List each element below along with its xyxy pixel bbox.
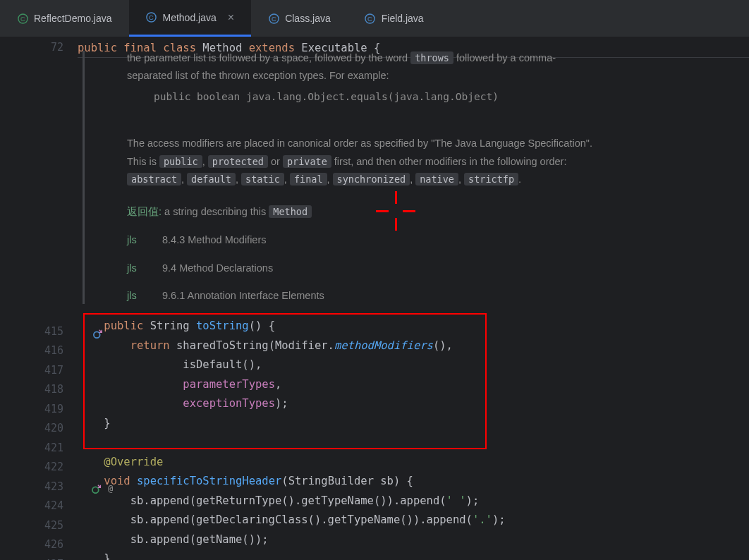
line-number: 72 [0, 38, 63, 58]
line-number: 416 [0, 341, 63, 361]
code-line[interactable]: parameterTypes, [78, 375, 749, 395]
svg-text:C: C [367, 15, 372, 22]
line-number: 425 [0, 516, 63, 536]
svg-text:C: C [20, 15, 25, 22]
doc-text: abstract, default, static, final, synchr… [127, 172, 749, 188]
tab-label: Field.java [382, 13, 424, 24]
line-number: 419 [0, 400, 63, 420]
tab-label: Class.java [285, 13, 331, 24]
editor-tabs: C ReflectDemo.java C Method.java × C Cla… [0, 0, 749, 37]
doc-text: the parameter list is followed by a spac… [127, 51, 749, 66]
javadoc-block: the parameter list is followed by a spac… [83, 51, 749, 305]
tab-label: ReflectDemo.java [34, 13, 112, 24]
line-number: 421 [0, 439, 63, 458]
code-line[interactable]: void specificToStringHeader(StringBuilde… [78, 472, 749, 492]
doc-returns: 返回值: a string describing this Method [127, 205, 749, 220]
class-icon: C [268, 13, 279, 24]
doc-text: separated list of the thrown exception t… [127, 68, 749, 84]
editor-area[interactable]: 72 415 416 417 418 419 420 421 422 423 @… [0, 37, 749, 560]
code-line[interactable]: } [78, 549, 749, 560]
tab-reflectdemo[interactable]: C ReflectDemo.java [0, 0, 129, 37]
code-line[interactable]: sb.append(getDeclaringClass().getTypeNam… [78, 511, 749, 530]
svg-text:C: C [149, 14, 154, 21]
line-number: 420 [0, 419, 63, 439]
doc-jls: jls9.4 Method Declarations [127, 261, 749, 276]
line-gutter: 72 415 416 417 418 419 420 421 422 423 @… [0, 37, 78, 560]
class-icon: C [17, 13, 28, 24]
doc-example: public boolean java.lang.Object.equals(j… [127, 90, 749, 105]
tab-method[interactable]: C Method.java × [129, 0, 252, 37]
code-content[interactable]: public final class Method extends Execut… [78, 37, 749, 560]
class-icon: C [365, 13, 376, 24]
code-line[interactable]: return sharedToString(Modifier.methodMod… [78, 336, 749, 356]
doc-jls: jls9.6.1 Annotation Interface Elements [127, 288, 749, 304]
line-number: 427 [0, 555, 63, 561]
line-number: 423 @ [0, 477, 63, 497]
doc-jls: jls8.4.3 Method Modifiers [127, 233, 749, 248]
doc-text: The access modifiers are placed in canon… [127, 136, 749, 152]
svg-text:C: C [272, 15, 276, 22]
tab-class[interactable]: C Class.java [251, 0, 348, 37]
close-icon[interactable]: × [228, 11, 234, 24]
code-line[interactable]: isDefault(), [78, 355, 749, 375]
code-line[interactable]: } [78, 414, 749, 434]
code-line[interactable]: public String toString() { [78, 317, 749, 336]
line-number: 424 [0, 497, 63, 516]
code-line[interactable]: sb.append(getReturnType().getTypeName())… [78, 492, 749, 511]
line-number: 426 [0, 535, 63, 555]
line-number: 417 [0, 361, 63, 381]
code-line[interactable]: @Override [78, 453, 749, 473]
class-icon: C [146, 12, 157, 23]
line-number: 422 [0, 458, 63, 477]
tab-field[interactable]: C Field.java [348, 0, 441, 37]
code-line[interactable]: sb.append(getName()); [78, 530, 749, 550]
tab-label: Method.java [163, 12, 217, 23]
code-line[interactable] [78, 433, 749, 453]
doc-text: This is public, protected or private fir… [127, 154, 749, 170]
line-number: 415 [0, 322, 63, 342]
code-line[interactable]: exceptionTypes); [78, 394, 749, 414]
line-number: 418 [0, 380, 63, 400]
